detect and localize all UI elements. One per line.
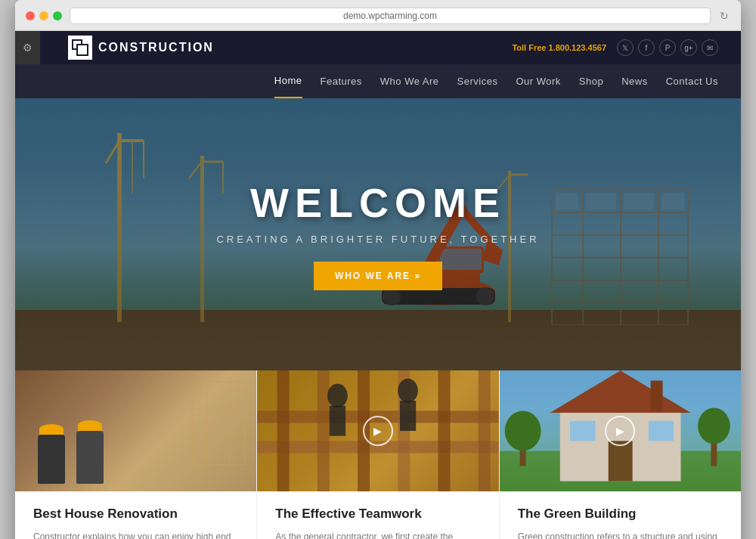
card-3-body: The Green Building Green construction re… bbox=[500, 491, 741, 539]
card-1-body: Best House Renovation Constructor explai… bbox=[15, 491, 256, 539]
cards-section: Best House Renovation Constructor explai… bbox=[15, 370, 741, 539]
card-3-text: Green construction refers to a structure… bbox=[518, 529, 723, 539]
maximize-dot[interactable] bbox=[53, 11, 62, 20]
nav-who-we-are[interactable]: Who We Are bbox=[380, 65, 439, 98]
svg-point-52 bbox=[398, 379, 419, 403]
svg-rect-1 bbox=[77, 45, 88, 55]
svg-rect-44 bbox=[277, 370, 290, 491]
svg-rect-45 bbox=[318, 370, 330, 491]
minimize-dot[interactable] bbox=[39, 11, 48, 20]
close-dot[interactable] bbox=[26, 11, 35, 20]
svg-rect-48 bbox=[438, 370, 451, 491]
hero-subtitle: CREATING A BRIGHTER FUTURE, TOGETHER bbox=[216, 234, 539, 245]
address-bar[interactable]: demo.wpcharming.com bbox=[70, 8, 711, 24]
main-navigation: Home Features Who We Are Services Our Wo… bbox=[15, 64, 741, 98]
svg-point-50 bbox=[327, 383, 348, 407]
social-icons: 𝕏 f P g+ ✉ bbox=[617, 39, 718, 56]
svg-point-63 bbox=[504, 410, 541, 451]
card-1-image bbox=[15, 370, 256, 491]
hero-title: WELCOME bbox=[216, 179, 539, 226]
browser-chrome: demo.wpcharming.com ↻ bbox=[15, 0, 741, 31]
nav-home[interactable]: Home bbox=[274, 64, 302, 98]
card-2-image: ▶ bbox=[257, 370, 498, 491]
pinterest-icon[interactable]: P bbox=[659, 39, 676, 56]
website: ⚙ CONSTRUCTION Toll Free 1.800.123.4567 … bbox=[15, 31, 741, 539]
svg-rect-51 bbox=[330, 406, 345, 436]
svg-rect-53 bbox=[400, 401, 416, 431]
email-icon[interactable]: ✉ bbox=[702, 39, 718, 56]
toll-free-number: Toll Free 1.800.123.4567 bbox=[512, 43, 606, 52]
company-name: CONSTRUCTION bbox=[98, 41, 214, 54]
nav-shop[interactable]: Shop bbox=[579, 65, 603, 98]
play-button-3[interactable]: ▶ bbox=[605, 416, 635, 446]
logo-area: CONSTRUCTION bbox=[68, 36, 214, 60]
nav-contact-us[interactable]: Contact Us bbox=[666, 65, 718, 98]
who-we-are-button[interactable]: WHO WE ARE » bbox=[314, 262, 442, 290]
svg-rect-60 bbox=[570, 421, 595, 441]
card-renovation: Best House Renovation Constructor explai… bbox=[15, 370, 256, 539]
card-2-title: The Effective Teamwork bbox=[275, 506, 480, 522]
svg-rect-59 bbox=[608, 441, 632, 481]
hero-section: WELCOME CREATING A BRIGHTER FUTURE, TOGE… bbox=[15, 98, 741, 370]
play-button-2[interactable]: ▶ bbox=[363, 416, 393, 446]
facebook-icon[interactable]: f bbox=[638, 39, 655, 56]
browser-window: demo.wpcharming.com ↻ ⚙ CONSTRUCTION Tol… bbox=[15, 0, 741, 539]
nav-services[interactable]: Services bbox=[457, 65, 498, 98]
logo-icon bbox=[68, 36, 92, 60]
card-3-title: The Green Building bbox=[518, 506, 723, 522]
svg-rect-58 bbox=[650, 380, 662, 410]
twitter-icon[interactable]: 𝕏 bbox=[617, 39, 634, 56]
card-3-image: ▶ bbox=[500, 370, 741, 491]
svg-rect-61 bbox=[649, 421, 674, 441]
browser-dots bbox=[26, 11, 62, 20]
card-1-title: Best House Renovation bbox=[33, 506, 238, 522]
card-2-text: As the general contractor, we first crea… bbox=[275, 529, 480, 539]
nav-features[interactable]: Features bbox=[321, 65, 362, 98]
svg-rect-37 bbox=[192, 382, 245, 465]
settings-gear-icon[interactable]: ⚙ bbox=[15, 31, 40, 64]
nav-our-work[interactable]: Our Work bbox=[516, 65, 560, 98]
reload-icon[interactable]: ↻ bbox=[718, 10, 730, 22]
google-plus-icon[interactable]: g+ bbox=[680, 39, 697, 56]
card-teamwork: ▶ The Effective Teamwork As the general … bbox=[257, 370, 498, 539]
card-1-text: Constructor explains how you can enjoy h… bbox=[33, 529, 238, 539]
card-2-body: The Effective Teamwork As the general co… bbox=[257, 491, 498, 539]
card-green-building: ▶ The Green Building Green construction … bbox=[500, 370, 741, 539]
hero-content: WELCOME CREATING A BRIGHTER FUTURE, TOGE… bbox=[216, 179, 539, 290]
svg-rect-49 bbox=[479, 370, 491, 491]
nav-news[interactable]: News bbox=[621, 65, 648, 98]
svg-point-65 bbox=[698, 407, 730, 444]
top-bar: ⚙ CONSTRUCTION Toll Free 1.800.123.4567 … bbox=[15, 31, 741, 64]
